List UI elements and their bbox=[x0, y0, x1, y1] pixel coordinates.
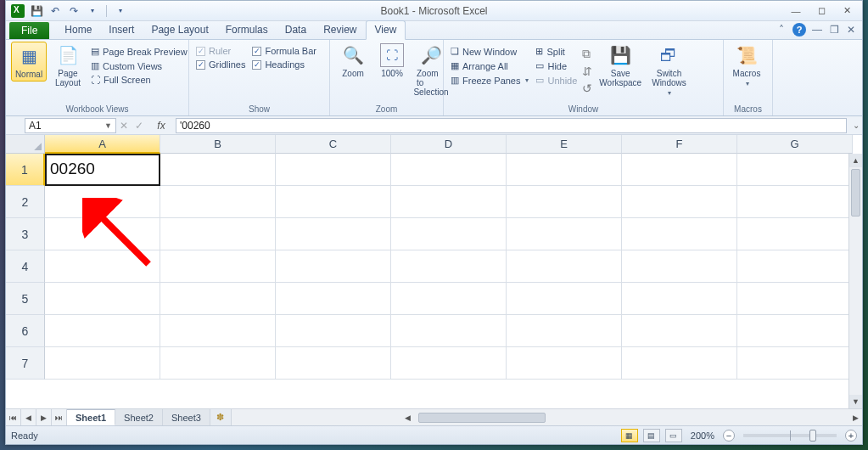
tab-page-layout[interactable]: Page Layout bbox=[143, 21, 216, 39]
cell[interactable] bbox=[276, 283, 391, 315]
macros-button[interactable]: 📜Macros bbox=[729, 42, 764, 89]
cell[interactable] bbox=[737, 218, 853, 250]
row-header-3[interactable]: 3 bbox=[6, 218, 45, 250]
row-header-2[interactable]: 2 bbox=[6, 186, 45, 218]
enter-icon[interactable]: ✓ bbox=[132, 120, 147, 132]
cell[interactable] bbox=[622, 218, 737, 250]
tab-data[interactable]: Data bbox=[277, 21, 315, 39]
expand-formula-bar-icon[interactable]: ⌄ bbox=[850, 121, 862, 130]
select-all-button[interactable] bbox=[6, 135, 45, 154]
new-sheet-button[interactable]: ✽ bbox=[210, 409, 231, 425]
cell[interactable] bbox=[45, 186, 160, 218]
cell[interactable] bbox=[391, 218, 507, 250]
view-side-by-side-icon[interactable]: ⧉ bbox=[582, 47, 592, 61]
last-sheet-button[interactable]: ⏭ bbox=[52, 409, 67, 425]
page-layout-view-icon[interactable]: ▤ bbox=[643, 429, 660, 442]
cell[interactable] bbox=[737, 347, 853, 380]
cell[interactable] bbox=[737, 154, 853, 186]
first-sheet-button[interactable]: ⏮ bbox=[6, 409, 21, 425]
cell[interactable] bbox=[507, 186, 622, 218]
cell[interactable] bbox=[160, 218, 276, 250]
minimize-button[interactable]: — bbox=[784, 3, 808, 19]
new-window-button[interactable]: ❏New Window bbox=[449, 45, 530, 58]
column-header-d[interactable]: D bbox=[391, 135, 507, 154]
scroll-down-icon[interactable]: ▼ bbox=[849, 395, 862, 408]
scroll-right-icon[interactable]: ▶ bbox=[848, 413, 862, 422]
minimize-ribbon-icon[interactable]: ˄ bbox=[776, 24, 787, 36]
cell[interactable] bbox=[507, 315, 622, 347]
cell[interactable] bbox=[160, 315, 276, 347]
save-icon[interactable]: 💾 bbox=[30, 4, 43, 18]
reset-position-icon[interactable]: ↺ bbox=[582, 82, 592, 95]
arrange-all-button[interactable]: ▦Arrange All bbox=[449, 59, 530, 72]
cell[interactable] bbox=[45, 250, 160, 283]
zoom-slider[interactable] bbox=[743, 434, 837, 437]
cell-a1[interactable]: 00260 bbox=[45, 154, 160, 186]
cell[interactable] bbox=[391, 154, 507, 186]
sheet-tab-1[interactable]: Sheet1 bbox=[67, 409, 115, 425]
cell[interactable] bbox=[160, 154, 276, 186]
cell[interactable] bbox=[622, 154, 737, 186]
horizontal-scrollbar[interactable]: ◀ ▶ bbox=[231, 409, 862, 425]
cell[interactable] bbox=[160, 186, 276, 218]
normal-view-button[interactable]: ▦ Normal bbox=[11, 42, 47, 82]
column-header-a[interactable]: A bbox=[45, 135, 160, 154]
tab-review[interactable]: Review bbox=[315, 21, 365, 39]
cell[interactable] bbox=[276, 347, 391, 380]
cell[interactable] bbox=[622, 283, 737, 315]
tab-view[interactable]: View bbox=[366, 20, 406, 40]
cell[interactable] bbox=[45, 347, 160, 380]
vertical-scrollbar[interactable]: ▲ ▼ bbox=[848, 154, 862, 408]
undo-icon[interactable]: ↶ bbox=[48, 4, 62, 18]
page-break-view-icon[interactable]: ▭ bbox=[665, 429, 682, 442]
cell[interactable] bbox=[160, 283, 276, 315]
cell[interactable] bbox=[507, 250, 622, 283]
ruler-checkbox[interactable]: ✓Ruler bbox=[194, 45, 247, 57]
zoom-button[interactable]: 🔍Zoom bbox=[335, 42, 371, 80]
qat-customize-icon[interactable]: ▾ bbox=[86, 4, 99, 18]
cell[interactable] bbox=[507, 218, 622, 250]
prev-sheet-button[interactable]: ◀ bbox=[21, 409, 36, 425]
sheet-tab-3[interactable]: Sheet3 bbox=[163, 409, 210, 425]
unhide-button[interactable]: ▭Unhide bbox=[534, 74, 579, 87]
formula-bar-checkbox[interactable]: ✓Formula Bar bbox=[250, 45, 318, 57]
cell[interactable] bbox=[737, 315, 853, 347]
column-header-g[interactable]: G bbox=[737, 135, 853, 154]
custom-views-button[interactable]: ▥Custom Views bbox=[89, 59, 189, 72]
cell[interactable] bbox=[622, 347, 737, 380]
hide-button[interactable]: ▭Hide bbox=[534, 59, 579, 72]
redo-icon[interactable]: ↷ bbox=[67, 4, 81, 18]
cell[interactable] bbox=[391, 283, 507, 315]
chevron-down-icon[interactable]: ▼ bbox=[104, 121, 112, 130]
cell[interactable] bbox=[737, 250, 853, 283]
row-header-6[interactable]: 6 bbox=[6, 315, 45, 347]
tab-home[interactable]: Home bbox=[56, 21, 100, 39]
qat-dropdown-icon[interactable]: ▾ bbox=[114, 4, 127, 18]
doc-minimize-icon[interactable]: — bbox=[811, 24, 823, 36]
cell[interactable] bbox=[622, 315, 737, 347]
zoom-level[interactable]: 200% bbox=[687, 430, 718, 441]
next-sheet-button[interactable]: ▶ bbox=[36, 409, 52, 425]
cell[interactable] bbox=[391, 250, 507, 283]
sync-scrolling-icon[interactable]: ⇵ bbox=[582, 65, 592, 78]
scroll-left-icon[interactable]: ◀ bbox=[401, 413, 415, 422]
zoom-slider-knob[interactable] bbox=[809, 430, 816, 442]
cell[interactable] bbox=[737, 283, 853, 315]
cell[interactable] bbox=[276, 250, 391, 283]
scroll-thumb[interactable] bbox=[851, 169, 860, 217]
scroll-up-icon[interactable]: ▲ bbox=[849, 154, 862, 167]
insert-function-button[interactable]: fx bbox=[152, 120, 171, 132]
zoom-100-button[interactable]: ⛶100% bbox=[374, 42, 410, 80]
column-header-f[interactable]: F bbox=[622, 135, 737, 154]
gridlines-checkbox[interactable]: ✓Gridlines bbox=[194, 59, 247, 70]
cell[interactable] bbox=[622, 250, 737, 283]
cancel-icon[interactable]: ✕ bbox=[116, 120, 132, 132]
row-header-7[interactable]: 7 bbox=[6, 347, 45, 380]
cell[interactable] bbox=[737, 186, 853, 218]
cell[interactable] bbox=[391, 347, 507, 380]
name-box[interactable]: A1 ▼ bbox=[25, 118, 116, 133]
file-tab[interactable]: File bbox=[9, 22, 49, 39]
cell[interactable] bbox=[160, 347, 276, 380]
cell[interactable] bbox=[160, 250, 276, 283]
full-screen-button[interactable]: ⛶Full Screen bbox=[89, 74, 189, 86]
